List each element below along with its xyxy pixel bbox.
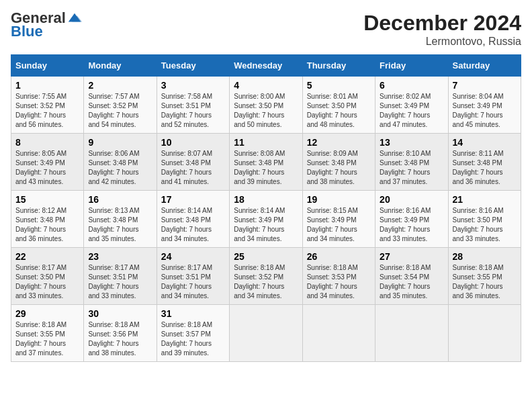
day-detail: Sunrise: 8:04 AMSunset: 3:49 PMDaylight:…	[453, 92, 517, 130]
day-number: 21	[453, 194, 517, 205]
header-cell-wednesday: Wednesday	[230, 55, 302, 77]
day-detail: Sunrise: 8:17 AMSunset: 3:51 PMDaylight:…	[88, 263, 152, 301]
day-cell: 3Sunrise: 7:58 AMSunset: 3:51 PMDaylight…	[157, 77, 229, 134]
day-detail: Sunrise: 8:17 AMSunset: 3:50 PMDaylight:…	[15, 263, 79, 301]
day-cell: 25Sunrise: 8:18 AMSunset: 3:52 PMDayligh…	[230, 248, 302, 305]
day-cell: 13Sunrise: 8:10 AMSunset: 3:48 PMDayligh…	[375, 134, 448, 191]
day-number: 11	[234, 137, 298, 148]
day-number: 23	[88, 251, 152, 262]
day-cell: 5Sunrise: 8:01 AMSunset: 3:50 PMDaylight…	[302, 77, 375, 134]
header-cell-tuesday: Tuesday	[157, 55, 229, 77]
day-cell: 15Sunrise: 8:12 AMSunset: 3:48 PMDayligh…	[11, 191, 84, 248]
day-cell: 6Sunrise: 8:02 AMSunset: 3:49 PMDaylight…	[375, 77, 448, 134]
day-detail: Sunrise: 8:18 AMSunset: 3:54 PMDaylight:…	[380, 263, 443, 301]
day-detail: Sunrise: 8:14 AMSunset: 3:48 PMDaylight:…	[161, 206, 225, 244]
logo-icon	[67, 11, 82, 26]
day-number: 25	[234, 251, 298, 262]
day-number: 1	[15, 80, 79, 91]
week-row-5: 29Sunrise: 8:18 AMSunset: 3:55 PMDayligh…	[11, 305, 521, 362]
day-detail: Sunrise: 8:17 AMSunset: 3:51 PMDaylight:…	[161, 263, 225, 301]
day-number: 5	[307, 80, 371, 91]
day-detail: Sunrise: 8:18 AMSunset: 3:53 PMDaylight:…	[307, 263, 371, 301]
day-cell	[448, 305, 521, 362]
calendar-table: SundayMondayTuesdayWednesdayThursdayFrid…	[11, 54, 521, 362]
day-cell	[302, 305, 375, 362]
day-number: 4	[234, 80, 298, 91]
day-number: 2	[88, 80, 152, 91]
logo: General Blue	[11, 11, 82, 40]
day-number: 12	[307, 137, 371, 148]
week-row-1: 1Sunrise: 7:55 AMSunset: 3:52 PMDaylight…	[11, 77, 521, 134]
day-cell: 29Sunrise: 8:18 AMSunset: 3:55 PMDayligh…	[11, 305, 84, 362]
day-number: 3	[161, 80, 225, 91]
day-number: 18	[234, 194, 298, 205]
day-cell: 22Sunrise: 8:17 AMSunset: 3:50 PMDayligh…	[11, 248, 84, 305]
day-cell: 17Sunrise: 8:14 AMSunset: 3:48 PMDayligh…	[157, 191, 229, 248]
day-detail: Sunrise: 8:18 AMSunset: 3:57 PMDaylight:…	[161, 320, 225, 358]
page-title: December 2024	[363, 11, 521, 36]
day-number: 19	[307, 194, 371, 205]
day-detail: Sunrise: 8:13 AMSunset: 3:48 PMDaylight:…	[88, 206, 152, 244]
day-cell: 8Sunrise: 8:05 AMSunset: 3:49 PMDaylight…	[11, 134, 84, 191]
header-cell-monday: Monday	[84, 55, 157, 77]
title-block: December 2024 Lermontovo, Russia	[363, 11, 521, 48]
day-number: 17	[161, 194, 225, 205]
day-cell: 24Sunrise: 8:17 AMSunset: 3:51 PMDayligh…	[157, 248, 229, 305]
day-number: 24	[161, 251, 225, 262]
day-cell: 10Sunrise: 8:07 AMSunset: 3:48 PMDayligh…	[157, 134, 229, 191]
day-number: 14	[453, 137, 517, 148]
day-cell: 2Sunrise: 7:57 AMSunset: 3:52 PMDaylight…	[84, 77, 157, 134]
page-header: General Blue December 2024 Lermontovo, R…	[11, 11, 521, 48]
day-cell	[230, 305, 302, 362]
day-detail: Sunrise: 8:01 AMSunset: 3:50 PMDaylight:…	[307, 92, 371, 130]
day-number: 27	[380, 251, 443, 262]
day-cell: 21Sunrise: 8:16 AMSunset: 3:50 PMDayligh…	[448, 191, 521, 248]
day-cell: 9Sunrise: 8:06 AMSunset: 3:48 PMDaylight…	[84, 134, 157, 191]
day-detail: Sunrise: 8:11 AMSunset: 3:48 PMDaylight:…	[453, 149, 517, 187]
header-cell-friday: Friday	[375, 55, 448, 77]
day-detail: Sunrise: 8:12 AMSunset: 3:48 PMDaylight:…	[15, 206, 79, 244]
day-cell: 19Sunrise: 8:15 AMSunset: 3:49 PMDayligh…	[302, 191, 375, 248]
day-detail: Sunrise: 8:15 AMSunset: 3:49 PMDaylight:…	[307, 206, 371, 244]
day-detail: Sunrise: 8:16 AMSunset: 3:49 PMDaylight:…	[380, 206, 443, 244]
day-detail: Sunrise: 8:00 AMSunset: 3:50 PMDaylight:…	[234, 92, 298, 130]
day-number: 26	[307, 251, 371, 262]
day-detail: Sunrise: 8:18 AMSunset: 3:55 PMDaylight:…	[15, 320, 79, 358]
header-row: SundayMondayTuesdayWednesdayThursdayFrid…	[11, 55, 521, 77]
day-detail: Sunrise: 8:09 AMSunset: 3:48 PMDaylight:…	[307, 149, 371, 187]
day-cell: 26Sunrise: 8:18 AMSunset: 3:53 PMDayligh…	[302, 248, 375, 305]
day-cell: 7Sunrise: 8:04 AMSunset: 3:49 PMDaylight…	[448, 77, 521, 134]
day-cell	[375, 305, 448, 362]
week-row-3: 15Sunrise: 8:12 AMSunset: 3:48 PMDayligh…	[11, 191, 521, 248]
day-cell: 18Sunrise: 8:14 AMSunset: 3:49 PMDayligh…	[230, 191, 302, 248]
day-detail: Sunrise: 8:18 AMSunset: 3:55 PMDaylight:…	[453, 263, 517, 301]
day-number: 31	[161, 308, 225, 319]
header-cell-sunday: Sunday	[11, 55, 84, 77]
day-cell: 1Sunrise: 7:55 AMSunset: 3:52 PMDaylight…	[11, 77, 84, 134]
day-number: 15	[15, 194, 79, 205]
day-number: 16	[88, 194, 152, 205]
day-number: 10	[161, 137, 225, 148]
day-cell: 20Sunrise: 8:16 AMSunset: 3:49 PMDayligh…	[375, 191, 448, 248]
logo-blue: Blue	[11, 23, 43, 40]
day-detail: Sunrise: 8:18 AMSunset: 3:52 PMDaylight:…	[234, 263, 298, 301]
day-detail: Sunrise: 8:10 AMSunset: 3:48 PMDaylight:…	[380, 149, 443, 187]
day-detail: Sunrise: 8:05 AMSunset: 3:49 PMDaylight:…	[15, 149, 79, 187]
day-cell: 30Sunrise: 8:18 AMSunset: 3:56 PMDayligh…	[84, 305, 157, 362]
day-cell: 23Sunrise: 8:17 AMSunset: 3:51 PMDayligh…	[84, 248, 157, 305]
day-detail: Sunrise: 8:07 AMSunset: 3:48 PMDaylight:…	[161, 149, 225, 187]
day-number: 13	[380, 137, 443, 148]
day-number: 20	[380, 194, 443, 205]
day-detail: Sunrise: 7:58 AMSunset: 3:51 PMDaylight:…	[161, 92, 225, 130]
day-number: 7	[453, 80, 517, 91]
day-detail: Sunrise: 8:14 AMSunset: 3:49 PMDaylight:…	[234, 206, 298, 244]
week-row-2: 8Sunrise: 8:05 AMSunset: 3:49 PMDaylight…	[11, 134, 521, 191]
day-cell: 11Sunrise: 8:08 AMSunset: 3:48 PMDayligh…	[230, 134, 302, 191]
day-detail: Sunrise: 8:18 AMSunset: 3:56 PMDaylight:…	[88, 320, 152, 358]
week-row-4: 22Sunrise: 8:17 AMSunset: 3:50 PMDayligh…	[11, 248, 521, 305]
day-number: 29	[15, 308, 79, 319]
day-cell: 16Sunrise: 8:13 AMSunset: 3:48 PMDayligh…	[84, 191, 157, 248]
day-cell: 4Sunrise: 8:00 AMSunset: 3:50 PMDaylight…	[230, 77, 302, 134]
header-cell-thursday: Thursday	[302, 55, 375, 77]
day-cell: 14Sunrise: 8:11 AMSunset: 3:48 PMDayligh…	[448, 134, 521, 191]
